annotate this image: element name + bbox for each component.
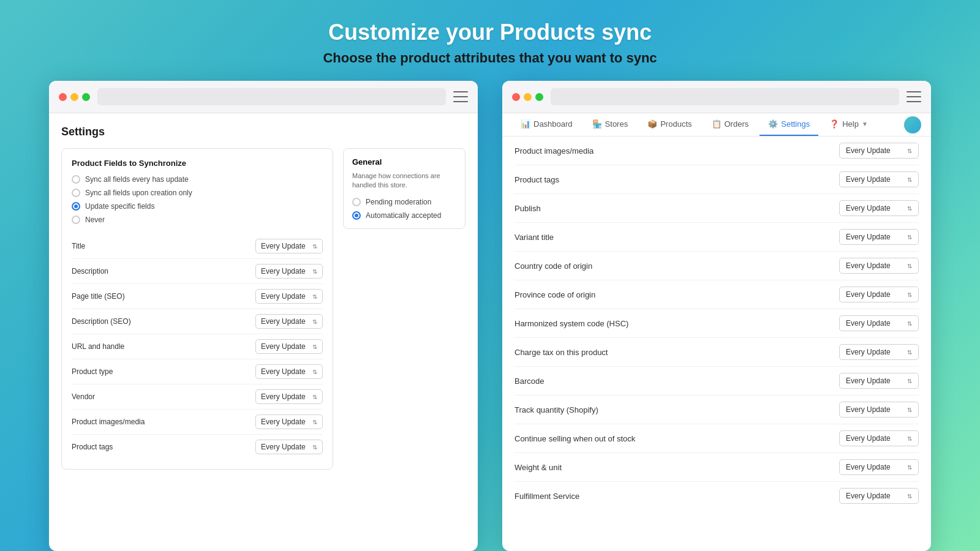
right-nav-bar: 📊 Dashboard 🏪 Stores 📦 Products 📋 Orders… <box>502 113 931 137</box>
left-menu-icon[interactable] <box>453 91 468 102</box>
product-fields-section: Product Fields to Synchronize Sync all f… <box>61 148 333 470</box>
menu-line-1 <box>453 91 468 92</box>
nav-stores[interactable]: 🏪 Stores <box>584 113 637 136</box>
nav-help-label: Help <box>842 119 859 129</box>
radio-pending-circle <box>352 198 361 206</box>
right-maximize-button[interactable] <box>535 93 543 101</box>
radio-accepted[interactable]: Automatically accepted <box>352 211 456 220</box>
select-arrow-right-publish: ⇅ <box>907 205 912 212</box>
fields-column: Product Fields to Synchronize Sync all f… <box>61 148 333 470</box>
right-select-province-code[interactable]: Every Update ⇅ <box>839 287 919 302</box>
right-field-charge-tax: Charge tax on this product Every Update … <box>514 338 919 367</box>
radio-circle-2 <box>72 189 80 197</box>
select-arrow-right-continue: ⇅ <box>907 435 912 442</box>
field-label-page-title: Page title (SEO) <box>72 292 125 301</box>
right-close-button[interactable] <box>512 93 520 101</box>
nav-settings[interactable]: ⚙️ Settings <box>760 113 818 136</box>
right-select-images[interactable]: Every Update ⇅ <box>839 143 919 159</box>
field-label-product-type: Product type <box>72 367 113 376</box>
right-select-country-code[interactable]: Every Update ⇅ <box>839 258 919 274</box>
field-select-title[interactable]: Every Update ⇅ <box>255 239 323 253</box>
dashboard-icon: 📊 <box>521 119 530 129</box>
field-select-product-type[interactable]: Every Update ⇅ <box>255 364 323 379</box>
close-button[interactable] <box>59 93 67 101</box>
minimize-button[interactable] <box>70 93 78 101</box>
select-arrow-right-weight: ⇅ <box>907 464 912 471</box>
settings-icon: ⚙️ <box>768 119 778 129</box>
user-avatar[interactable] <box>904 116 921 133</box>
right-select-hsc[interactable]: Every Update ⇅ <box>839 315 919 331</box>
orders-icon: 📋 <box>712 119 722 129</box>
field-row-desc-seo: Description (SEO) Every Update ⇅ <box>72 309 323 334</box>
right-select-publish[interactable]: Every Update ⇅ <box>839 200 919 216</box>
nav-orders[interactable]: 📋 Orders <box>703 113 758 136</box>
nav-dashboard[interactable]: 📊 Dashboard <box>512 113 581 136</box>
right-label-province-code: Province code of origin <box>514 290 595 299</box>
nav-orders-label: Orders <box>725 119 749 129</box>
general-description: Manage how connections are handled this … <box>352 171 456 190</box>
radio-sync-creation[interactable]: Sync all fields upon creation only <box>72 189 323 197</box>
right-label-charge-tax: Charge tax on this product <box>514 348 608 357</box>
select-arrow-right-barcode: ⇅ <box>907 378 912 384</box>
right-select-variant-title[interactable]: Every Update ⇅ <box>839 229 919 245</box>
settings-title: Settings <box>61 126 466 138</box>
select-arrow-right-country: ⇅ <box>907 263 912 269</box>
right-select-barcode[interactable]: Every Update ⇅ <box>839 373 919 389</box>
right-select-continue-selling[interactable]: Every Update ⇅ <box>839 430 919 446</box>
radio-sync-all-update[interactable]: Sync all fields every has update <box>72 175 323 184</box>
radio-circle-4 <box>72 216 80 224</box>
right-field-tags: Product tags Every Update ⇅ <box>514 165 919 194</box>
right-field-continue-selling: Continue selling when out of stock Every… <box>514 424 919 453</box>
field-select-page-title[interactable]: Every Update ⇅ <box>255 289 323 304</box>
field-select-tags[interactable]: Every Update ⇅ <box>255 440 323 454</box>
nav-help[interactable]: ❓ Help ▼ <box>821 113 876 136</box>
left-traffic-lights <box>59 93 90 101</box>
field-select-url[interactable]: Every Update ⇅ <box>255 339 323 354</box>
select-arrow-right-province: ⇅ <box>907 291 912 298</box>
radio-never[interactable]: Never <box>72 216 323 224</box>
left-search-bar[interactable] <box>97 88 446 105</box>
right-label-weight: Weight & unit <box>514 463 562 472</box>
general-section: General Manage how connections are handl… <box>343 148 466 229</box>
right-window: 📊 Dashboard 🏪 Stores 📦 Products 📋 Orders… <box>502 81 931 551</box>
right-menu-line-1 <box>907 91 921 92</box>
nav-products[interactable]: 📦 Products <box>639 113 700 136</box>
radio-pending[interactable]: Pending moderation <box>352 198 456 206</box>
select-arrow-title: ⇅ <box>312 243 317 250</box>
right-select-fulfillment[interactable]: Every Update ⇅ <box>839 488 919 504</box>
right-label-publish: Publish <box>514 204 541 213</box>
select-arrow-right-hsc: ⇅ <box>907 320 912 327</box>
right-select-tags[interactable]: Every Update ⇅ <box>839 171 919 187</box>
nav-settings-label: Settings <box>781 119 810 129</box>
radio-accepted-circle <box>352 211 361 220</box>
field-select-images[interactable]: Every Update ⇅ <box>255 414 323 429</box>
right-menu-icon[interactable] <box>907 91 921 102</box>
right-field-province-code: Province code of origin Every Update ⇅ <box>514 280 919 309</box>
radio-label-3: Update specific fields <box>85 202 154 211</box>
sync-radio-group: Sync all fields every has update Sync al… <box>72 175 323 224</box>
field-select-vendor[interactable]: Every Update ⇅ <box>255 389 323 404</box>
right-select-weight[interactable]: Every Update ⇅ <box>839 459 919 475</box>
right-label-country-code: Country code of origin <box>514 261 592 271</box>
field-label-url: URL and handle <box>72 342 124 351</box>
radio-update-specific[interactable]: Update specific fields <box>72 202 323 211</box>
maximize-button[interactable] <box>82 93 90 101</box>
field-select-desc-seo[interactable]: Every Update ⇅ <box>255 314 323 329</box>
right-select-track-qty[interactable]: Every Update ⇅ <box>839 402 919 418</box>
select-arrow-right-fulfillment: ⇅ <box>907 493 912 500</box>
right-select-charge-tax[interactable]: Every Update ⇅ <box>839 344 919 360</box>
right-label-continue-selling: Continue selling when out of stock <box>514 434 635 443</box>
select-arrow-product-type: ⇅ <box>312 369 317 375</box>
select-arrow-desc-seo: ⇅ <box>312 318 317 325</box>
right-minimize-button[interactable] <box>524 93 532 101</box>
field-row-images: Product images/media Every Update ⇅ <box>72 410 323 435</box>
right-field-barcode: Barcode Every Update ⇅ <box>514 367 919 395</box>
select-arrow-tags: ⇅ <box>312 444 317 451</box>
field-label-desc-seo: Description (SEO) <box>72 317 131 326</box>
select-arrow-right-images: ⇅ <box>907 148 912 154</box>
right-label-fulfillment: Fulfillment Service <box>514 492 579 501</box>
hero-section: Customize your Products sync Choose the … <box>323 0 657 81</box>
field-select-description[interactable]: Every Update ⇅ <box>255 264 323 279</box>
right-field-weight: Weight & unit Every Update ⇅ <box>514 453 919 482</box>
right-search-bar[interactable] <box>551 88 899 105</box>
